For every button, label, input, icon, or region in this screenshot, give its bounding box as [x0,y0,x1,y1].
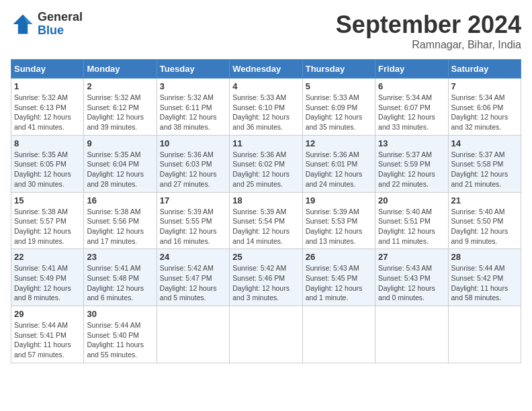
weekday-header-row: Sunday Monday Tuesday Wednesday Thursday… [11,60,521,79]
day-number: 27 [378,252,445,262]
calendar-table: Sunday Monday Tuesday Wednesday Thursday… [11,59,521,363]
table-row: 27 Sunrise: 5:43 AMSunset: 5:43 PMDaylig… [375,249,448,306]
table-row: 23 Sunrise: 5:41 AMSunset: 5:48 PMDaylig… [84,249,157,306]
day-info: Sunrise: 5:37 AMSunset: 5:59 PMDaylight:… [378,150,445,189]
table-row: 11 Sunrise: 5:36 AMSunset: 6:02 PMDaylig… [230,135,302,192]
day-info: Sunrise: 5:42 AMSunset: 5:47 PMDaylight:… [160,263,226,303]
day-info: Sunrise: 5:39 AMSunset: 5:55 PMDaylight:… [160,207,226,246]
day-info: Sunrise: 5:35 AMSunset: 6:04 PMDaylight:… [87,150,153,189]
table-row: 26 Sunrise: 5:43 AMSunset: 5:45 PMDaylig… [302,249,375,306]
day-number: 6 [378,81,445,91]
day-info: Sunrise: 5:32 AMSunset: 6:11 PMDaylight:… [160,93,226,132]
table-row: 3 Sunrise: 5:32 AMSunset: 6:11 PMDayligh… [157,79,229,136]
logo-text: General Blue [38,11,83,38]
table-row: 4 Sunrise: 5:33 AMSunset: 6:10 PMDayligh… [230,79,302,136]
day-number: 18 [232,195,299,205]
table-row: 12 Sunrise: 5:36 AMSunset: 6:01 PMDaylig… [302,135,375,192]
header-saturday: Saturday [448,60,521,79]
day-number: 11 [232,138,299,148]
month-title: September 2024 [336,11,521,39]
table-row: 24 Sunrise: 5:42 AMSunset: 5:47 PMDaylig… [157,249,229,306]
table-row: 5 Sunrise: 5:33 AMSunset: 6:09 PMDayligh… [302,79,375,136]
table-row: 28 Sunrise: 5:44 AMSunset: 5:42 PMDaylig… [448,249,521,306]
day-number: 10 [160,138,226,148]
table-row: 30 Sunrise: 5:44 AMSunset: 5:40 PMDaylig… [84,306,157,363]
day-info: Sunrise: 5:33 AMSunset: 6:09 PMDaylight:… [306,93,372,132]
table-row: 16 Sunrise: 5:38 AMSunset: 5:56 PMDaylig… [84,192,157,249]
day-info: Sunrise: 5:40 AMSunset: 5:50 PMDaylight:… [451,207,518,246]
day-number: 21 [451,195,518,205]
day-number: 16 [87,195,153,205]
table-row: 20 Sunrise: 5:40 AMSunset: 5:51 PMDaylig… [375,192,448,249]
day-info: Sunrise: 5:44 AMSunset: 5:41 PMDaylight:… [14,320,81,360]
table-row: 18 Sunrise: 5:39 AMSunset: 5:54 PMDaylig… [230,192,302,249]
day-number: 7 [451,81,518,91]
day-number: 2 [87,81,153,91]
day-number: 13 [378,138,445,148]
day-number: 25 [232,252,299,262]
table-row: 17 Sunrise: 5:39 AMSunset: 5:55 PMDaylig… [157,192,229,249]
calendar-week-row: 1 Sunrise: 5:32 AMSunset: 6:13 PMDayligh… [11,79,521,136]
calendar-week-row: 29 Sunrise: 5:44 AMSunset: 5:41 PMDaylig… [11,306,521,363]
day-info: Sunrise: 5:44 AMSunset: 5:40 PMDaylight:… [87,320,153,360]
table-row: 13 Sunrise: 5:37 AMSunset: 5:59 PMDaylig… [375,135,448,192]
day-number: 20 [378,195,445,205]
day-info: Sunrise: 5:34 AMSunset: 6:07 PMDaylight:… [378,93,445,132]
day-number: 30 [87,309,153,319]
table-row: 8 Sunrise: 5:35 AMSunset: 6:05 PMDayligh… [11,135,84,192]
day-info: Sunrise: 5:35 AMSunset: 6:05 PMDaylight:… [14,150,81,189]
day-number: 23 [87,252,153,262]
logo: General Blue [11,11,83,38]
header-sunday: Sunday [11,60,84,79]
header-tuesday: Tuesday [157,60,229,79]
table-row: 19 Sunrise: 5:39 AMSunset: 5:53 PMDaylig… [302,192,375,249]
day-number: 19 [306,195,372,205]
header-thursday: Thursday [302,60,375,79]
day-number: 24 [160,252,226,262]
table-row [448,306,521,363]
day-info: Sunrise: 5:44 AMSunset: 5:42 PMDaylight:… [451,263,518,303]
calendar-week-row: 22 Sunrise: 5:41 AMSunset: 5:49 PMDaylig… [11,249,521,306]
table-row: 21 Sunrise: 5:40 AMSunset: 5:50 PMDaylig… [448,192,521,249]
day-info: Sunrise: 5:41 AMSunset: 5:49 PMDaylight:… [14,263,81,303]
header-monday: Monday [84,60,157,79]
day-info: Sunrise: 5:43 AMSunset: 5:43 PMDaylight:… [378,263,445,303]
day-number: 28 [451,252,518,262]
day-number: 14 [451,138,518,148]
table-row: 22 Sunrise: 5:41 AMSunset: 5:49 PMDaylig… [11,249,84,306]
title-block: September 2024 Ramnagar, Bihar, India [336,11,521,51]
table-row: 9 Sunrise: 5:35 AMSunset: 6:04 PMDayligh… [84,135,157,192]
day-info: Sunrise: 5:40 AMSunset: 5:51 PMDaylight:… [378,207,445,246]
day-info: Sunrise: 5:38 AMSunset: 5:57 PMDaylight:… [14,207,81,246]
day-info: Sunrise: 5:36 AMSunset: 6:01 PMDaylight:… [306,150,372,189]
table-row [157,306,229,363]
header-friday: Friday [375,60,448,79]
table-row: 10 Sunrise: 5:36 AMSunset: 6:03 PMDaylig… [157,135,229,192]
day-info: Sunrise: 5:43 AMSunset: 5:45 PMDaylight:… [306,263,372,303]
day-number: 12 [306,138,372,148]
table-row: 14 Sunrise: 5:37 AMSunset: 5:58 PMDaylig… [448,135,521,192]
table-row: 29 Sunrise: 5:44 AMSunset: 5:41 PMDaylig… [11,306,84,363]
table-row [230,306,302,363]
day-number: 4 [232,81,299,91]
table-row: 6 Sunrise: 5:34 AMSunset: 6:07 PMDayligh… [375,79,448,136]
day-number: 1 [14,81,81,91]
table-row [375,306,448,363]
table-row [302,306,375,363]
day-number: 29 [14,309,81,319]
day-info: Sunrise: 5:41 AMSunset: 5:48 PMDaylight:… [87,263,153,303]
logo-blue: Blue [38,24,83,38]
day-number: 9 [87,138,153,148]
day-info: Sunrise: 5:36 AMSunset: 6:02 PMDaylight:… [232,150,299,189]
day-number: 17 [160,195,226,205]
day-number: 26 [306,252,372,262]
day-info: Sunrise: 5:39 AMSunset: 5:54 PMDaylight:… [232,207,299,246]
location: Ramnagar, Bihar, India [336,39,521,51]
calendar-week-row: 8 Sunrise: 5:35 AMSunset: 6:05 PMDayligh… [11,135,521,192]
day-info: Sunrise: 5:32 AMSunset: 6:13 PMDaylight:… [14,93,81,132]
header-wednesday: Wednesday [230,60,302,79]
day-info: Sunrise: 5:37 AMSunset: 5:58 PMDaylight:… [451,150,518,189]
table-row: 7 Sunrise: 5:34 AMSunset: 6:06 PMDayligh… [448,79,521,136]
day-number: 3 [160,81,226,91]
day-info: Sunrise: 5:39 AMSunset: 5:53 PMDaylight:… [306,207,372,246]
